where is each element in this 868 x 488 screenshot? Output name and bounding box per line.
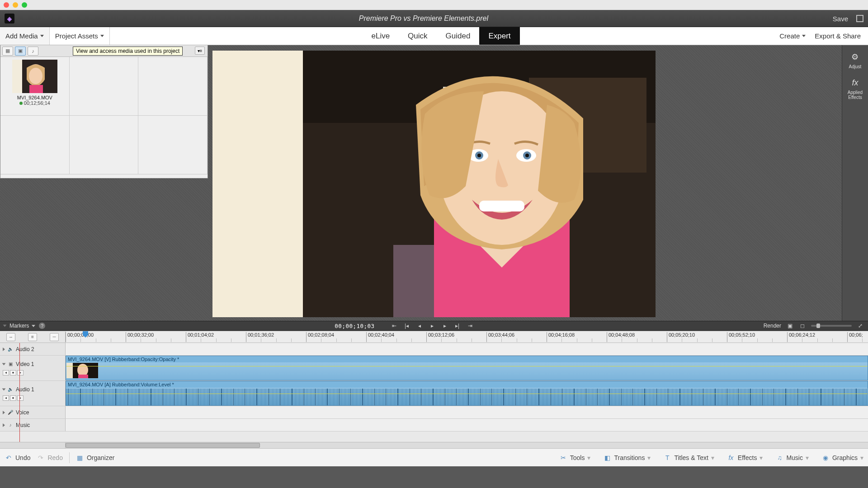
mini-btn[interactable]: ◂ xyxy=(3,370,9,375)
redo-icon: ↷ xyxy=(37,454,45,462)
music-icon: ♫ xyxy=(775,454,783,462)
mode-elive[interactable]: eLive xyxy=(362,27,399,45)
render-button[interactable]: Render xyxy=(764,323,781,329)
zoom-slider[interactable] xyxy=(811,325,852,327)
create-button[interactable]: Create xyxy=(779,32,806,40)
prev-frame-icon[interactable]: |◂ xyxy=(403,322,411,329)
timeline-ruler[interactable]: ↔ ≡ ─ 00;00;00;0000;00;32;0000;01;04;020… xyxy=(0,331,868,343)
adjust-button[interactable]: ⚙ Adjust xyxy=(849,52,862,69)
filter-audio-icon[interactable]: ♪ xyxy=(28,47,38,56)
redo-button[interactable]: ↷Redo xyxy=(37,454,62,462)
titles-button[interactable]: TTitles & Text▾ xyxy=(663,454,714,462)
add-media-button[interactable]: Add Media xyxy=(0,27,50,45)
eye-icon[interactable]: ▣ xyxy=(8,361,13,367)
applied-effects-button[interactable]: fx Applied Effects xyxy=(848,77,863,100)
tool-zoom-icon[interactable]: ─ xyxy=(50,333,59,341)
audio-clip[interactable]: MVI_9264.MOV [A] Rubberband:Volume:Level… xyxy=(66,381,868,406)
mode-expert[interactable]: Expert xyxy=(479,27,519,45)
track-body[interactable]: MVI_9264.MOV [V] Rubberband:Opacity:Opac… xyxy=(66,356,868,380)
tools-button[interactable]: ✂Tools▾ xyxy=(559,454,591,462)
ruler-tick: 00;06; xyxy=(847,332,863,342)
opacity-line[interactable] xyxy=(66,366,868,366)
expand-icon[interactable] xyxy=(3,347,5,351)
track-body[interactable] xyxy=(66,343,868,355)
save-button[interactable]: Save xyxy=(833,15,848,23)
effects-button[interactable]: fxEffects▾ xyxy=(727,454,763,462)
graphics-button[interactable]: ◉Graphics▾ xyxy=(821,454,863,462)
project-assets-button[interactable]: Project Assets xyxy=(50,27,110,45)
minimize-window-icon[interactable] xyxy=(13,2,18,8)
view-toggle-icon[interactable]: ◻ xyxy=(798,322,807,329)
zoom-window-icon[interactable] xyxy=(22,2,27,8)
close-window-icon[interactable] xyxy=(4,2,9,8)
fit-icon[interactable]: ⤢ xyxy=(856,322,864,329)
goto-end-icon[interactable]: ⇥ xyxy=(466,322,474,329)
help-icon[interactable]: ? xyxy=(39,323,45,329)
fullscreen-icon[interactable] xyxy=(856,15,863,22)
tool-select-icon[interactable]: ↔ xyxy=(6,333,15,341)
timecode[interactable]: 00;00;10;03 xyxy=(335,323,374,329)
step-back-icon[interactable]: ◂ xyxy=(415,322,424,329)
transitions-button[interactable]: ◧Transitions▾ xyxy=(603,454,651,462)
track-head-music[interactable]: ♪ Music xyxy=(0,419,66,431)
main-toolbar: Add Media Project Assets eLive Quick Gui… xyxy=(0,27,868,45)
effects-label: Effects xyxy=(738,454,757,461)
next-frame-icon[interactable]: ▸| xyxy=(453,322,462,329)
mini-btn[interactable]: ▸ xyxy=(17,370,24,375)
preview-monitor[interactable] xyxy=(212,51,656,317)
track-head-audio2[interactable]: 🔈 Audio 2 xyxy=(0,343,66,355)
timeline-scrollbar[interactable] xyxy=(0,442,868,448)
track-body[interactable]: MVI_9264.MOV [A] Rubberband:Volume:Level… xyxy=(66,381,868,406)
filter-all-icon[interactable]: ▦ xyxy=(2,47,13,56)
track-body[interactable] xyxy=(66,406,868,418)
collapse-icon[interactable] xyxy=(2,363,6,365)
music-icon[interactable]: ♪ xyxy=(8,422,13,428)
right-rail: ⚙ Adjust fx Applied Effects xyxy=(842,45,868,321)
mode-guided[interactable]: Guided xyxy=(437,27,480,45)
track-audio2: 🔈 Audio 2 xyxy=(0,343,868,356)
volume-line[interactable] xyxy=(66,394,868,394)
ruler-ticks[interactable]: 00;00;00;0000;00;32;0000;01;04;0200;01;3… xyxy=(66,331,868,343)
project-assets-label: Project Assets xyxy=(55,32,98,40)
mini-btn[interactable]: ▸ xyxy=(17,395,24,401)
safe-margins-icon[interactable]: ▣ xyxy=(786,322,794,329)
play-icon[interactable]: ▸ xyxy=(428,322,436,329)
goto-start-icon[interactable]: ⇤ xyxy=(390,322,398,329)
organizer-button[interactable]: ▦Organizer xyxy=(76,454,114,462)
mode-quick[interactable]: Quick xyxy=(399,27,436,45)
mic-icon[interactable]: 🎤 xyxy=(8,410,13,415)
track-head-video1[interactable]: ▣ Video 1 ◂●▸ xyxy=(0,356,66,380)
ruler-tick: 00;00;32;00 xyxy=(126,332,154,342)
mini-btn[interactable]: ◂ xyxy=(3,395,9,401)
expand-icon[interactable] xyxy=(3,423,5,427)
music-button[interactable]: ♫Music▾ xyxy=(775,454,809,462)
chevron-down-icon[interactable] xyxy=(3,325,7,327)
filter-video-icon[interactable]: ▣ xyxy=(15,47,26,56)
export-button[interactable]: Export & Share xyxy=(815,32,861,40)
tool-track-icon[interactable]: ≡ xyxy=(28,333,37,341)
panel-menu-icon[interactable]: ▾≡ xyxy=(195,47,205,55)
speaker-icon[interactable]: 🔈 xyxy=(8,387,13,392)
playhead-line xyxy=(19,343,20,442)
asset-item[interactable]: MVI_9264.MOV 00;12;56;14 xyxy=(0,57,70,116)
mini-btn[interactable]: ● xyxy=(10,370,16,375)
undo-button[interactable]: ↶Undo xyxy=(5,454,30,462)
track-head-voice[interactable]: 🎤 Voice xyxy=(0,406,66,418)
undo-icon: ↶ xyxy=(5,454,13,462)
step-forward-icon[interactable]: ▸ xyxy=(441,322,449,329)
scrollbar-thumb[interactable] xyxy=(66,443,260,448)
collapse-icon[interactable] xyxy=(2,388,6,390)
track-body[interactable] xyxy=(66,419,868,431)
expand-icon[interactable] xyxy=(3,411,5,414)
mini-btn[interactable]: ● xyxy=(10,395,16,401)
chevron-down-icon xyxy=(32,325,35,327)
track-head-audio1[interactable]: 🔈 Audio 1 ◂●▸ xyxy=(0,381,66,406)
zoom-thumb[interactable] xyxy=(816,324,820,328)
app-logo-icon: ◈ xyxy=(5,14,14,23)
asset-empty-cell xyxy=(70,57,139,116)
ruler-tick: 00;04;16;08 xyxy=(547,332,575,342)
video-clip[interactable]: MVI_9264.MOV [V] Rubberband:Opacity:Opac… xyxy=(66,356,868,380)
status-dot-icon xyxy=(19,102,23,105)
speaker-icon[interactable]: 🔈 xyxy=(8,347,13,352)
markers-dropdown[interactable]: Markers xyxy=(9,323,35,329)
